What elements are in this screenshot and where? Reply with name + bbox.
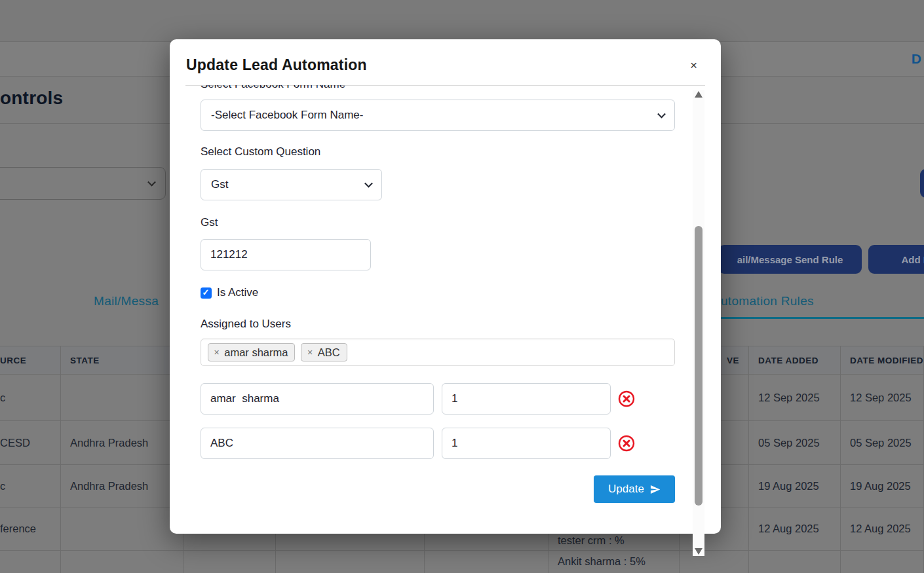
table-cell: 12 Aug 2025: [841, 508, 924, 551]
top-bar: [0, 0, 924, 42]
facebook-form-label: Select Facebook Form Name: [201, 85, 675, 92]
user-row: [201, 428, 675, 459]
table-cell: c: [0, 465, 61, 508]
table-cell: 19 Aug 2025: [749, 465, 841, 508]
assigned-users-label: Assigned to Users: [201, 318, 675, 331]
table-cell: 19 Aug 2025: [841, 465, 924, 508]
update-button-label: Update: [608, 483, 644, 496]
facebook-form-select[interactable]: -Select Facebook Form Name-: [201, 100, 675, 131]
table-cell: [425, 551, 549, 573]
table-cell: Andhra Pradesh: [61, 421, 183, 465]
lead-automation-form: Select Facebook Form Name -Select Facebo…: [201, 85, 675, 503]
add-mail-message-send-rule-button[interactable]: ail/Message Send Rule: [718, 245, 862, 274]
table-cell: [61, 551, 183, 573]
close-icon[interactable]: ×: [690, 59, 697, 71]
table-cell: Ankit sharma : 5%: [549, 551, 680, 573]
custom-question-label: Select Custom Question: [201, 145, 675, 158]
table-cell: [680, 551, 749, 573]
update-lead-automation-modal: Update Lead Automation × Select Facebook…: [170, 39, 721, 534]
cutoff-button[interactable]: [920, 169, 924, 198]
scroll-down-arrow-icon[interactable]: [695, 548, 703, 555]
table-cell: Andhra Pradesh: [61, 465, 183, 508]
table-header-cell: URCE: [0, 346, 61, 375]
table-cell: [749, 551, 841, 573]
update-button[interactable]: Update: [594, 475, 675, 503]
page-heading: ontrols: [0, 88, 63, 109]
tag-label: amar sharma: [224, 346, 288, 359]
user-name-input[interactable]: [201, 428, 434, 459]
tab-mail-message-rules[interactable]: Mail/Messa: [94, 294, 159, 308]
scrollbar-thumb[interactable]: [695, 226, 703, 506]
user-rows: [201, 383, 675, 459]
nav-link-fragment[interactable]: D: [912, 51, 921, 67]
table-cell: [276, 551, 425, 573]
modal-title: Update Lead Automation: [186, 56, 367, 74]
circle-x-icon: [618, 435, 635, 452]
remove-tag-icon[interactable]: ✕: [307, 348, 313, 357]
table-cell: ference: [0, 508, 61, 551]
tab-automation-rules[interactable]: utomation Rules: [721, 294, 814, 308]
gst-input[interactable]: [201, 239, 371, 270]
facebook-form-select-value: -Select Facebook Form Name-: [211, 109, 363, 122]
table-cell: 05 Sep 2025: [749, 421, 841, 465]
table-cell: [841, 551, 924, 573]
assigned-user-tag: ✕amar sharma: [208, 343, 295, 361]
user-row: [201, 383, 675, 415]
user-value-input[interactable]: [442, 428, 611, 459]
filter-select[interactable]: [0, 167, 166, 200]
table-cell: [61, 508, 183, 551]
assigned-users-multiselect[interactable]: ✕amar sharma✕ABC: [201, 339, 675, 366]
is-active-label: Is Active: [217, 286, 258, 299]
table-cell: CESD: [0, 421, 61, 465]
update-row: Update: [201, 475, 675, 503]
user-value-input[interactable]: [442, 383, 611, 415]
modal-scrollbar[interactable]: [693, 90, 704, 556]
table-cell: [61, 375, 183, 421]
modal-body: Select Facebook Form Name -Select Facebo…: [170, 85, 721, 534]
chevron-down-icon: [147, 178, 156, 187]
table-cell: 12 Sep 2025: [749, 375, 841, 421]
table-header-cell: STATE: [61, 346, 183, 375]
add-lead-button[interactable]: Add Lea: [868, 245, 924, 274]
custom-question-select-value: Gst: [211, 178, 228, 191]
send-icon: [649, 484, 661, 495]
remove-tag-icon[interactable]: ✕: [214, 348, 220, 357]
table-header-cell: DATE MODIFIED: [841, 346, 924, 375]
table-cell: c: [0, 375, 61, 421]
table-header-cell: DATE ADDED: [749, 346, 841, 375]
assigned-user-tag: ✕ABC: [301, 343, 347, 361]
table-cell: [0, 551, 61, 573]
modal-header: Update Lead Automation ×: [170, 39, 721, 85]
table-cell: 12 Aug 2025: [749, 508, 841, 551]
chevron-down-icon: [364, 179, 373, 188]
gst-label: Gst: [201, 216, 675, 229]
chevron-down-icon: [657, 110, 666, 119]
circle-x-icon: [618, 390, 635, 407]
table-cell: 05 Sep 2025: [841, 421, 924, 465]
is-active-checkbox[interactable]: [201, 287, 212, 299]
remove-user-button[interactable]: [618, 390, 635, 407]
custom-question-select[interactable]: Gst: [201, 169, 382, 200]
tag-label: ABC: [318, 346, 340, 359]
table-cell: [183, 551, 276, 573]
user-name-input[interactable]: [201, 383, 434, 415]
active-tab-underline: [718, 317, 924, 319]
table-cell: 12 Sep 2025: [841, 375, 924, 421]
scroll-up-arrow-icon[interactable]: [695, 91, 703, 98]
remove-user-button[interactable]: [618, 435, 635, 452]
is-active-row: Is Active: [201, 286, 675, 299]
